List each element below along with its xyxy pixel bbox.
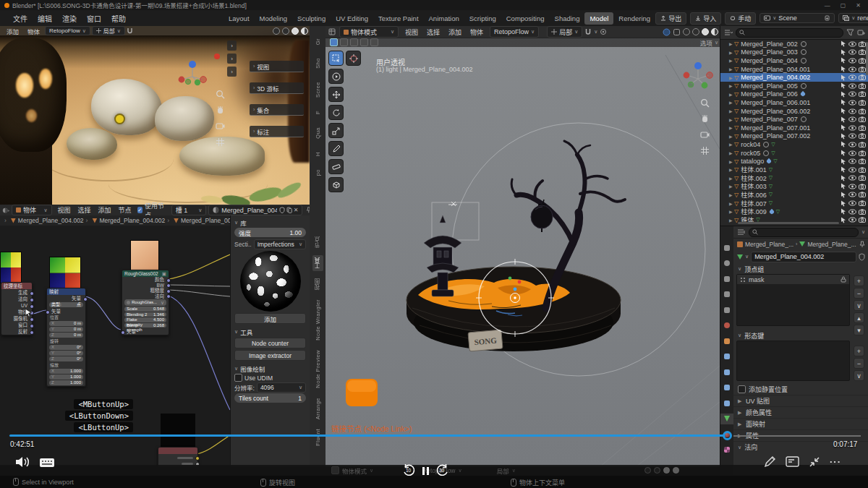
shader-menu-item[interactable]: 选择 — [75, 205, 95, 215]
shading-solid-icon[interactable] — [282, 27, 289, 35]
tool-button[interactable]: Image extractor — [234, 350, 306, 361]
add-vertex-group-button[interactable]: + — [854, 275, 864, 286]
camera-menu-item[interactable]: 添加 — [3, 27, 22, 35]
import-button[interactable]: 导入 — [690, 12, 721, 25]
camera-menu-item[interactable]: 物体 — [24, 27, 43, 35]
selectable-cursor-icon[interactable] — [841, 74, 846, 81]
outliner-row[interactable]: ▶ ▽ Merged_Plane_007.001 ▽ — [720, 124, 868, 132]
node-param-slider[interactable]: Flake intensity4.500 — [124, 317, 166, 322]
outliner-row[interactable]: ▶ ▽ rock04 ▽ — [720, 140, 868, 149]
partial-node[interactable] — [158, 447, 198, 466]
properties-tab[interactable] — [720, 273, 733, 284]
copy-icon[interactable] — [286, 207, 292, 213]
disable-render-camera-icon[interactable] — [859, 83, 866, 89]
disable-render-camera-icon[interactable] — [859, 158, 866, 164]
xray-toggle-icon[interactable] — [673, 28, 681, 36]
viewport-3d[interactable]: SONG 物体模式∨ 视图选择添加物体 RetopoFlo — [326, 26, 720, 466]
camera-retopoflow-menu[interactable]: RetopoFlow∨ — [45, 26, 90, 35]
shading-rendered-icon[interactable] — [711, 28, 718, 35]
workspace-tab[interactable]: Rendering — [613, 12, 655, 25]
lock-icon[interactable] — [841, 276, 846, 283]
remove-shape-key-button[interactable]: − — [854, 358, 864, 369]
outliner-row[interactable]: ▶ ▽ 柱体.002 ▽ — [720, 174, 868, 183]
node-output-socket[interactable]: 矢量 — [47, 295, 85, 301]
manual-button[interactable]: 手动 — [725, 12, 756, 25]
sidebar-tab[interactable]: 节点 — [312, 234, 323, 250]
new-scene-icon[interactable] — [825, 15, 830, 21]
pan-hand-icon[interactable] — [216, 106, 225, 115]
node-output-socket[interactable]: 法向 — [122, 294, 169, 299]
node-param-slider[interactable]: Scale0.548 — [124, 307, 166, 312]
annotate-pencil-icon[interactable] — [764, 455, 776, 468]
expand-arrow-icon[interactable]: ▶ — [729, 100, 734, 105]
viewport-menu-item[interactable]: 选择 — [422, 27, 444, 37]
value-field[interactable]: Z0 m — [49, 333, 83, 338]
disable-render-camera-icon[interactable] — [859, 67, 866, 72]
outliner-row[interactable]: ▶ ▽ Merged_Plane_005 ▽ — [720, 82, 868, 90]
outliner-row[interactable]: ▶ ▽ Merged_Plane_003 ▽ — [720, 48, 868, 57]
expand-arrow-icon[interactable]: ▶ — [729, 201, 734, 206]
selectable-cursor-icon[interactable] — [841, 141, 846, 147]
camera-view-icon[interactable] — [216, 121, 225, 131]
collapsed-panel-header[interactable]: ▶ UV 贴图 — [733, 395, 868, 406]
value-field[interactable]: Z0° — [49, 356, 83, 361]
node-input-socket[interactable]: 矢量 — [122, 328, 169, 335]
region-tab[interactable]: Sho — [313, 56, 323, 71]
workspace-tab[interactable]: Modeling — [255, 12, 293, 25]
editor-type-icon[interactable] — [2, 207, 9, 214]
topbar-menu-item[interactable]: 渲染 — [57, 12, 82, 25]
volume-icon[interactable] — [14, 455, 30, 468]
selectable-cursor-icon[interactable] — [841, 124, 846, 131]
workspace-tab[interactable]: UV Editing — [331, 12, 373, 25]
region-tab[interactable]: F — [313, 108, 323, 116]
disable-render-camera-icon[interactable] — [859, 175, 866, 181]
region-expand-chip[interactable]: › — [227, 53, 237, 64]
video-progress-handle[interactable] — [723, 431, 732, 440]
workspace-tab[interactable]: Animation — [424, 12, 464, 25]
selectable-cursor-icon[interactable] — [841, 158, 846, 165]
properties-tab[interactable] — [720, 320, 733, 331]
outliner-row[interactable]: ▶ ▽ Merged_Plane_007 ▽ — [720, 115, 868, 124]
disable-render-camera-icon[interactable] — [859, 58, 866, 64]
select-mode-new-icon[interactable] — [330, 38, 338, 46]
disable-render-camera-icon[interactable] — [859, 217, 866, 223]
disable-render-camera-icon[interactable] — [859, 108, 866, 114]
sidebar-tab[interactable]: 视图 — [312, 276, 323, 292]
disable-render-camera-icon[interactable] — [859, 150, 866, 156]
region-tab[interactable]: po — [313, 167, 323, 178]
scale-tool[interactable] — [328, 123, 344, 138]
expand-arrow-icon[interactable]: ▶ — [729, 125, 734, 130]
disable-render-camera-icon[interactable] — [859, 184, 866, 189]
editor-type-icon[interactable] — [737, 228, 746, 236]
node-param-slider[interactable]: Bump strength0.268 — [124, 323, 166, 328]
hide-eye-icon[interactable] — [848, 175, 856, 181]
add-button[interactable]: 添加 — [234, 313, 306, 324]
outliner-row[interactable]: ▶ ▽ Merged_Plane_004.001 ▽ — [720, 65, 868, 74]
selectable-cursor-icon[interactable] — [841, 57, 846, 64]
hide-eye-icon[interactable] — [848, 49, 856, 55]
outliner-row[interactable]: ▶ ▽ 柱体.006 ▽ — [720, 191, 868, 200]
annotate-tool[interactable] — [328, 141, 344, 156]
viewport-menu-item[interactable]: 物体 — [466, 27, 488, 37]
view-layer-selector[interactable]: ∨render — [838, 13, 868, 23]
shading-wireframe-icon[interactable] — [683, 28, 690, 35]
resolution-select[interactable]: 4096∨ — [257, 382, 306, 393]
camera-view-icon[interactable] — [700, 130, 710, 140]
new-collection-icon[interactable] — [857, 29, 865, 36]
expand-arrow-icon[interactable]: ▶ — [729, 108, 734, 114]
grid-toggle-icon[interactable] — [700, 146, 710, 155]
selectable-cursor-icon[interactable] — [841, 183, 846, 189]
disable-render-camera-icon[interactable] — [859, 142, 866, 147]
workspace-tab[interactable]: Sculpting — [292, 12, 331, 25]
sidebar-tab[interactable]: Fluent — [313, 427, 323, 448]
expand-arrow-icon[interactable]: ▶ — [729, 134, 734, 139]
grid-toggle-icon[interactable] — [216, 137, 225, 147]
breadcrumb-item[interactable]: Merged_Plane_004.002 — [4, 217, 84, 224]
disable-render-camera-icon[interactable] — [859, 209, 866, 215]
selectable-cursor-icon[interactable] — [841, 108, 846, 114]
workspace-tab[interactable]: Texture Paint — [373, 12, 423, 25]
mapping-node[interactable]: 映射 矢量 类型:点 矢量 位置 X0 mY0 mZ0 m 旋转 — [46, 288, 86, 387]
tiles-count-field[interactable]: Tiles count1 — [234, 393, 306, 403]
select-box-tool[interactable] — [328, 51, 344, 66]
snap-magnet-icon[interactable] — [127, 27, 133, 34]
